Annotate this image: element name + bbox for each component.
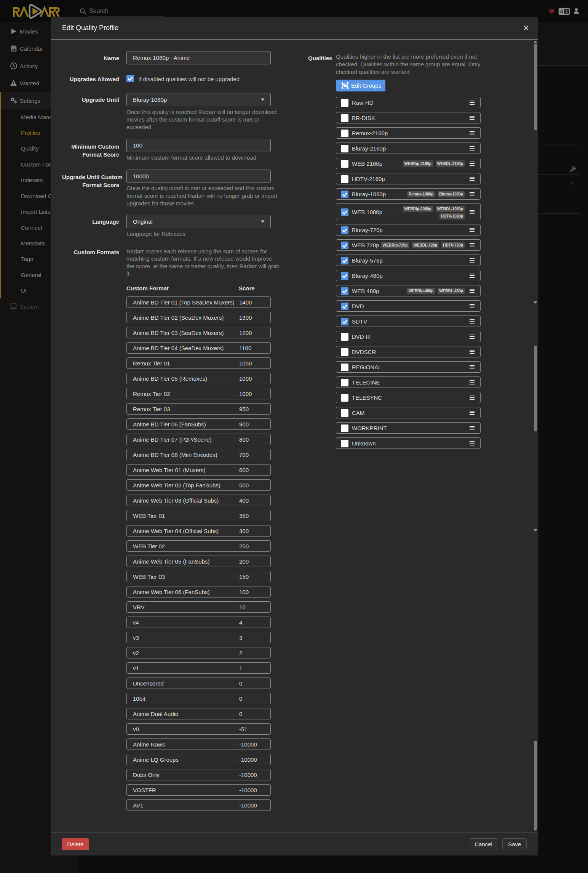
svg-text:A: A	[560, 9, 564, 14]
svg-text:文: 文	[565, 10, 569, 14]
